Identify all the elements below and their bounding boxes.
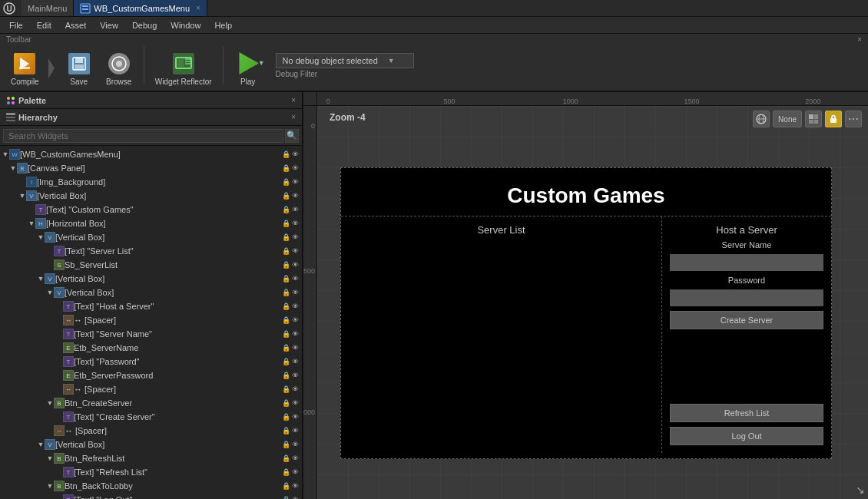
- compile-button[interactable]: Compile: [6, 45, 44, 91]
- lock-icon[interactable]: 🔒: [282, 372, 290, 379]
- play-button[interactable]: Play ▼: [230, 45, 267, 91]
- lock-icon[interactable]: 🔒: [282, 454, 290, 462]
- menu-view[interactable]: View: [94, 19, 124, 31]
- lock-icon[interactable]: 🔒: [282, 399, 290, 407]
- tree-item-btn-back[interactable]: ▼ B Btn_BackToLobby 🔒 👁: [0, 479, 302, 493]
- save-button[interactable]: Save: [61, 45, 98, 91]
- eye-icon[interactable]: 👁: [292, 192, 299, 200]
- toolbar-close[interactable]: ×: [857, 35, 862, 44]
- tree-item-vbox1[interactable]: ▼ V [Vertical Box] 🔒 👁: [0, 189, 302, 203]
- menu-edit[interactable]: Edit: [31, 19, 58, 31]
- tree-item-vbox2[interactable]: ▼ V [Vertical Box] 🔒 👁: [0, 230, 302, 244]
- eye-icon[interactable]: 👁: [292, 468, 299, 476]
- lock-icon[interactable]: 🔒: [282, 164, 290, 172]
- expand-icon[interactable]: ▼: [37, 438, 45, 451]
- lock-icon[interactable]: 🔒: [282, 178, 290, 186]
- lock-icon[interactable]: 🔒: [282, 441, 290, 448]
- lock-icon[interactable]: 🔒: [282, 261, 290, 269]
- tab-wb-close[interactable]: ×: [196, 4, 200, 12]
- eye-icon[interactable]: 👁: [292, 178, 299, 186]
- tree-item-root[interactable]: ▼ W [WB_CustomGamesMenu] 🔒 👁: [0, 147, 302, 161]
- tree-item-sb-serverlist[interactable]: S Sb_ServerList 🔒 👁: [0, 258, 302, 272]
- lock-icon[interactable]: 🔒: [282, 358, 290, 365]
- tree-item-text-sl[interactable]: T [Text] "Server List" 🔒 👁: [0, 244, 302, 258]
- eye-icon[interactable]: 👁: [292, 302, 299, 310]
- tree-item-vbox3[interactable]: ▼ V [Vertical Box] 🔒 👁: [0, 272, 302, 286]
- lock-icon[interactable]: 🔒: [282, 385, 290, 393]
- eye-icon[interactable]: 👁: [292, 385, 299, 393]
- lock-icon[interactable]: 🔒: [282, 413, 290, 421]
- hierarchy-tree[interactable]: ▼ W [WB_CustomGamesMenu] 🔒 👁 ▼ B [Canvas…: [0, 146, 302, 499]
- log-out-btn[interactable]: Log Out: [670, 427, 823, 445]
- lock-icon[interactable]: 🔒: [282, 316, 290, 324]
- tree-item-hbox[interactable]: ▼ H [Horizontal Box] 🔒 👁: [0, 216, 302, 230]
- eye-icon[interactable]: 👁: [292, 316, 299, 324]
- lock-icon[interactable]: 🔒: [282, 482, 290, 490]
- eye-icon[interactable]: 👁: [292, 496, 299, 499]
- lock-icon[interactable]: 🔒: [282, 344, 290, 352]
- eye-icon[interactable]: 👁: [292, 344, 299, 352]
- lock-icon[interactable]: 🔒: [282, 192, 290, 200]
- eye-icon[interactable]: 👁: [292, 441, 299, 448]
- lock-canvas-btn[interactable]: [825, 111, 842, 127]
- palette-close[interactable]: ×: [291, 96, 296, 104]
- menu-window[interactable]: Window: [164, 19, 207, 31]
- eye-icon[interactable]: 👁: [292, 482, 299, 490]
- create-server-btn[interactable]: Create Server: [670, 311, 823, 329]
- menu-help[interactable]: Help: [208, 19, 238, 31]
- lock-icon[interactable]: 🔒: [282, 330, 290, 338]
- eye-icon[interactable]: 👁: [292, 206, 299, 213]
- menu-asset[interactable]: Asset: [59, 19, 93, 31]
- expand-icon[interactable]: ▼: [9, 161, 17, 175]
- eye-icon[interactable]: 👁: [292, 413, 299, 421]
- menu-debug[interactable]: Debug: [126, 19, 163, 31]
- hierarchy-close[interactable]: ×: [291, 113, 296, 121]
- eye-icon[interactable]: 👁: [292, 399, 299, 407]
- lock-icon[interactable]: 🔒: [282, 427, 290, 435]
- tree-item-text-cs[interactable]: T [Text] "Create Server" 🔒 👁: [0, 410, 302, 424]
- widget-reflector-button[interactable]: Widget Reflector: [151, 45, 217, 91]
- lock-icon[interactable]: 🔒: [282, 468, 290, 476]
- tree-item-spacer3[interactable]: ↔ ↔ [Spacer] 🔒 👁: [0, 424, 302, 438]
- eye-icon[interactable]: 👁: [292, 247, 299, 255]
- lock-icon[interactable]: 🔒: [282, 150, 290, 158]
- tree-item-text-lo[interactable]: T [Text] "Log Out" 🔒 👁: [0, 493, 302, 499]
- eye-icon[interactable]: 👁: [292, 275, 299, 283]
- tab-wb-customgamesmenu[interactable]: WB_CustomGamesMenu ×: [74, 0, 207, 16]
- lock-icon[interactable]: 🔒: [282, 247, 290, 255]
- eye-icon[interactable]: 👁: [292, 427, 299, 435]
- eye-icon[interactable]: 👁: [292, 372, 299, 379]
- tree-item-etb-servername[interactable]: E Etb_ServerName 🔒 👁: [0, 341, 302, 355]
- eye-icon[interactable]: 👁: [292, 220, 299, 227]
- expand-icon[interactable]: ▼: [28, 216, 35, 230]
- expand-icon[interactable]: ▼: [46, 479, 54, 493]
- browse-button[interactable]: Browse: [101, 45, 137, 91]
- tree-item-text-cg[interactable]: T [Text] "Custom Games" 🔒 👁: [0, 203, 302, 216]
- eye-icon[interactable]: 👁: [292, 261, 299, 269]
- menu-file[interactable]: File: [3, 19, 29, 31]
- eye-icon[interactable]: 👁: [292, 150, 299, 158]
- tree-item-spacer2[interactable]: ↔ ↔ [Spacer] 🔒 👁: [0, 382, 302, 396]
- eye-icon[interactable]: 👁: [292, 289, 299, 296]
- globe-icon-btn[interactable]: [753, 111, 770, 127]
- expand-icon[interactable]: ▼: [46, 451, 54, 465]
- lock-icon[interactable]: 🔒: [282, 289, 290, 296]
- expand-icon[interactable]: ▼: [46, 286, 54, 299]
- search-input[interactable]: [3, 129, 283, 143]
- expand-icon[interactable]: ▼: [46, 396, 54, 410]
- eye-icon[interactable]: 👁: [292, 233, 299, 241]
- expand-icon[interactable]: ▼: [37, 230, 45, 244]
- tree-item-spacer1[interactable]: ↔ ↔ [Spacer] 🔒 👁: [0, 313, 302, 327]
- tree-item-etb-serverpw[interactable]: E Etb_ServerPassword 🔒 👁: [0, 368, 302, 382]
- eye-icon[interactable]: 👁: [292, 330, 299, 338]
- canvas-viewport[interactable]: Zoom -4 None: [317, 106, 868, 499]
- tree-item-btn-create[interactable]: ▼ B Btn_CreateServer 🔒 👁: [0, 396, 302, 410]
- lock-icon[interactable]: 🔒: [282, 275, 290, 283]
- tree-item-text-sn[interactable]: T [Text] "Server Name" 🔒 👁: [0, 327, 302, 341]
- lock-icon[interactable]: 🔒: [282, 206, 290, 213]
- expand-icon[interactable]: ▼: [37, 272, 45, 286]
- expand-icon[interactable]: ▼: [18, 189, 26, 203]
- tree-item-vbox5[interactable]: ▼ V [Vertical Box] 🔒 👁: [0, 438, 302, 451]
- tab-mainmenu[interactable]: MainMenu: [22, 0, 74, 16]
- tree-item-text-rl[interactable]: T [Text] "Refresh List" 🔒 👁: [0, 465, 302, 479]
